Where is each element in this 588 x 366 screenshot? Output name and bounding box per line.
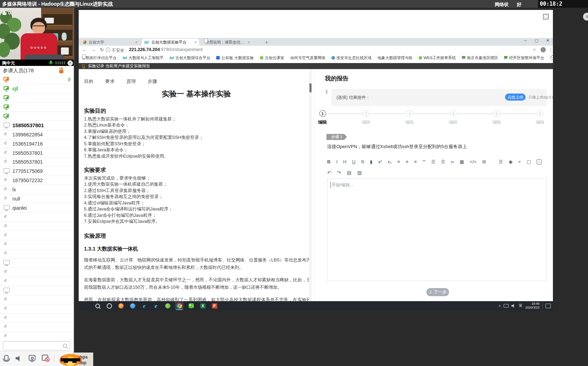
participant-row[interactable]: 15365194716 [0, 139, 74, 148]
taskbar-app-icon[interactable] [175, 302, 184, 310]
tab-close-icon[interactable]: × [195, 40, 197, 44]
participant-row[interactable] [0, 249, 74, 259]
tab-close-icon[interactable]: × [248, 40, 250, 44]
bookmark-item[interactable]: bd 大数据与人工智能平 [123, 55, 163, 61]
back-button[interactable]: ← [82, 47, 87, 52]
participant-row[interactable] [0, 231, 74, 240]
fullscreen-icon[interactable] [543, 14, 549, 19]
participant-row[interactable] [0, 314, 74, 323]
taskbar-app-icon[interactable] [93, 302, 102, 310]
participant-row[interactable]: 15850537801 [0, 148, 74, 158]
raise-hand-icon[interactable] [59, 67, 64, 73]
editor-toolbar-icon-link[interactable]: ∞ [451, 159, 454, 164]
stepper-step[interactable]: 1 编辑 [316, 110, 329, 125]
stepper-step[interactable]: 4 编辑 [446, 110, 460, 125]
editor-toolbar-icon-ordered-list[interactable]: ☰ [431, 159, 435, 164]
editor-toolbar-icon-code-inline[interactable]: </> [470, 159, 476, 164]
editor-toolbar-icon-align-left[interactable]: ≡ [397, 159, 400, 164]
doc-nav-item[interactable]: 目的 [84, 78, 93, 85]
stepper-step[interactable]: 5 编辑 [490, 110, 503, 125]
participant-row[interactable]: 17705175069 [0, 167, 74, 176]
presenter-video[interactable]: GUESS 0 [0, 8, 74, 60]
mic-toggle-button[interactable] [4, 355, 9, 361]
editor-toolbar-icon-align-center[interactable]: ≡ [406, 159, 409, 164]
tab-close-icon[interactable]: × [135, 40, 138, 44]
doc-nav-item[interactable]: 原理 [127, 78, 136, 85]
document-scrollbar[interactable] [309, 69, 312, 301]
taskbar-app-icon[interactable]: e [152, 302, 160, 310]
participant-row[interactable] [0, 304, 74, 314]
chevron-down-icon[interactable]: ▾ [67, 60, 73, 66]
participant-row[interactable]: qianlei [0, 203, 74, 213]
forward-button[interactable]: → [91, 47, 96, 52]
taskbar-app-icon[interactable] [187, 302, 195, 310]
editor-toolbar-icon-unordered-list[interactable]: ☰ [441, 159, 445, 164]
browser-menu-icon[interactable]: ⋮ [549, 47, 553, 52]
webcam-toggle-button[interactable] [29, 355, 35, 361]
participant-row[interactable] [0, 268, 74, 277]
editor-toolbar-icon-heading[interactable]: H [343, 159, 346, 164]
stepper-step[interactable]: 6 编辑 [533, 110, 547, 125]
upload-button[interactable]: 点击上传 [505, 94, 526, 101]
participant-row[interactable]: 15850537801 [0, 158, 74, 167]
editor-toolbar-icon-bold[interactable]: B [327, 159, 330, 164]
bookmark-item[interactable]: bd 云创大数据综合平台 [169, 55, 210, 61]
bookmark-item[interactable]: 经开区智慧环保平台 [504, 55, 544, 61]
bookmark-item[interactable]: 地象大数据管理与前 [377, 55, 413, 61]
window-maximize-button[interactable]: ▢ [534, 38, 538, 43]
scrollbar-thumb[interactable] [309, 83, 312, 92]
taskbar-app-icon[interactable] [117, 302, 125, 310]
panel-scrollbar-thumb[interactable] [326, 90, 327, 94]
notification-center-icon[interactable] [545, 304, 551, 308]
editor-toolbar-icon-strikethrough[interactable]: S [361, 159, 364, 164]
participant-row[interactable] [0, 332, 74, 341]
participant-row[interactable] [0, 286, 74, 295]
browser-tab[interactable]: bd 云创大数据实验平台 × [142, 39, 199, 46]
participant-row[interactable]: null [0, 195, 74, 204]
recording-disabled-button[interactable] [42, 355, 48, 361]
editor-toolbar-icon-quote[interactable]: ““ [422, 159, 426, 164]
editor-toolbar-icon-italic[interactable]: I [336, 159, 337, 164]
participant-search-input[interactable] [3, 341, 70, 350]
security-info-icon[interactable]: i [106, 47, 110, 52]
bookmark-item[interactable]: 淮安市生态红线区域 [331, 55, 371, 61]
browser-tab[interactable]: 使用说明：请双击信纸表头修改 × [201, 39, 252, 46]
participant-row[interactable] [0, 213, 74, 222]
taskbar-app-icon[interactable]: X [198, 302, 207, 310]
participant-row[interactable] [0, 277, 74, 286]
side-panel-toggle-button[interactable]: ≡ [583, 13, 588, 21]
taskbar-app-icon[interactable] [105, 302, 113, 310]
participant-row[interactable]: 13996622854 [0, 130, 74, 139]
participant-row[interactable] [0, 112, 74, 121]
window-minimize-button[interactable]: ─ [524, 38, 527, 43]
editor-toolbar-icon-mark[interactable]: ▮ [370, 159, 372, 164]
taskbar-app-icon[interactable]: e [140, 302, 149, 310]
reload-button[interactable]: ↻ [100, 47, 104, 52]
taskbar-app-icon[interactable]: P [210, 302, 219, 310]
stepper-step[interactable]: 3 编辑 [403, 110, 416, 125]
editor-toolbar-icon-info[interactable]: i [537, 159, 542, 164]
bookmark-item[interactable]: cStor融合存储系统 [550, 55, 553, 61]
editor-toolbar-icon-undo[interactable]: ↶ [327, 170, 331, 175]
participant-row[interactable]: ⟩⟩ [0, 75, 74, 84]
editor-toolbar-icon-superscript[interactable]: x² [378, 159, 382, 164]
doc-nav-item[interactable]: 步骤 [148, 78, 157, 85]
taskbar-app-icon[interactable] [163, 302, 172, 310]
bookmark-item[interactable]: WES工作效率系统 [419, 55, 456, 61]
bookmark-item[interactable]: 智慧路灯伴侣云平台 [82, 55, 117, 61]
bookmark-item[interactable]: 南京市秦淮区辖区 [462, 55, 498, 61]
participant-row[interactable] [0, 295, 74, 304]
bookmark-item[interactable]: 徐州市空气质量网络 [290, 55, 325, 61]
editor-toolbar-icon-subscript[interactable]: x₂ [387, 159, 392, 164]
tray-language-indicator[interactable]: 英 [519, 303, 522, 308]
next-step-button[interactable]: ⇩ 下一步 [426, 288, 449, 296]
tray-chevron-icon[interactable]: ∧ [499, 304, 501, 308]
participant-row[interactable] [0, 323, 74, 332]
participant-row[interactable] [0, 94, 74, 103]
tray-pc-icon[interactable] [504, 304, 509, 308]
bookmark-star-icon[interactable]: ☆ [532, 47, 537, 52]
doc-nav-item[interactable]: 要求 [105, 78, 114, 85]
editor-toolbar-icon-underline[interactable]: U [352, 159, 355, 164]
participant-row[interactable] [0, 259, 74, 268]
like-counter[interactable]: 0 [2, 10, 11, 16]
